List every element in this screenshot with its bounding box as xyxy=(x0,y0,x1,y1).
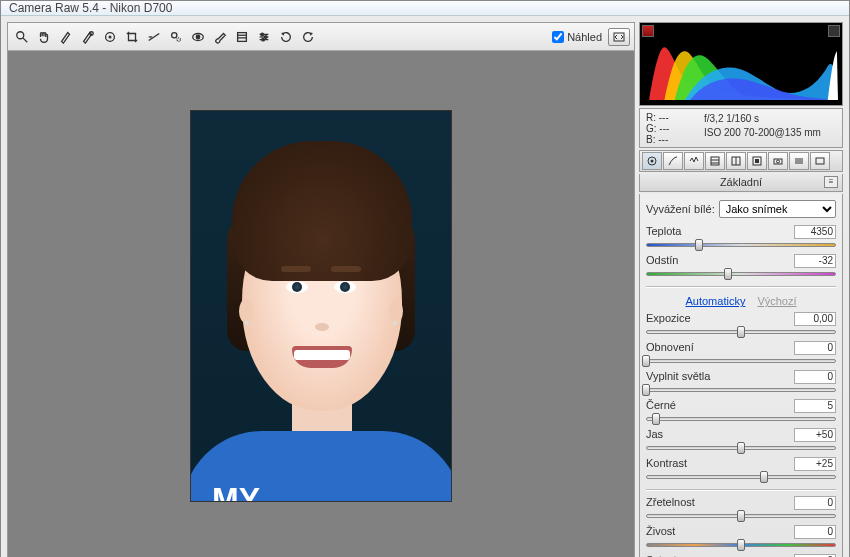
slider-value-jas[interactable]: +50 xyxy=(794,428,836,442)
slider-track-expozice[interactable] xyxy=(646,327,836,337)
svg-point-18 xyxy=(264,35,267,38)
adjustment-brush-tool-icon[interactable] xyxy=(210,27,230,47)
slider-thumb-jas[interactable] xyxy=(737,442,745,454)
svg-line-1 xyxy=(23,37,27,41)
slider-expozice: Expozice0,00 xyxy=(646,312,836,337)
graduated-filter-tool-icon[interactable] xyxy=(232,27,252,47)
tab-snapshots[interactable] xyxy=(810,152,830,170)
slider-value-zivost[interactable]: 0 xyxy=(794,525,836,539)
slider-thumb-zivost[interactable] xyxy=(737,539,745,551)
slider-thumb-cerne[interactable] xyxy=(652,413,660,425)
svg-rect-35 xyxy=(816,158,824,164)
slider-track-jas[interactable] xyxy=(646,443,836,453)
slider-label: Teplota xyxy=(646,225,681,239)
svg-rect-29 xyxy=(755,159,759,163)
slider-thumb-vyplnit[interactable] xyxy=(642,384,650,396)
crop-tool-icon[interactable] xyxy=(122,27,142,47)
slider-value-cerne[interactable]: 5 xyxy=(794,399,836,413)
auto-row: Automaticky Výchozí xyxy=(646,295,836,307)
svg-point-22 xyxy=(651,160,654,163)
slider-thumb-kontrast[interactable] xyxy=(760,471,768,483)
preview-label: Náhled xyxy=(567,31,602,43)
camera-raw-window: Camera Raw 5.4 - Nikon D700 xyxy=(0,0,850,557)
tab-detail[interactable] xyxy=(684,152,704,170)
preferences-tool-icon[interactable] xyxy=(254,27,274,47)
slider-track-obnoveni[interactable] xyxy=(646,356,836,366)
slider-label: Živost xyxy=(646,525,675,539)
preview-checkbox[interactable] xyxy=(552,31,564,43)
preview-toggle[interactable]: Náhled xyxy=(552,31,602,43)
slider-label: Vyplnit světla xyxy=(646,370,710,384)
slider-jas: Jas+50 xyxy=(646,428,836,453)
slider-thumb-expozice[interactable] xyxy=(737,326,745,338)
svg-point-31 xyxy=(777,160,780,163)
target-adjust-tool-icon[interactable] xyxy=(100,27,120,47)
histogram xyxy=(639,22,843,106)
redeye-tool-icon[interactable] xyxy=(188,27,208,47)
highlight-clip-icon[interactable] xyxy=(828,25,840,37)
svg-point-17 xyxy=(261,33,264,36)
hand-tool-icon[interactable] xyxy=(34,27,54,47)
white-balance-tool-icon[interactable] xyxy=(56,27,76,47)
slider-track-vyplnit[interactable] xyxy=(646,385,836,395)
slider-vyplnit: Vyplnit světla0 xyxy=(646,370,836,395)
tab-curve[interactable] xyxy=(663,152,683,170)
tab-strip xyxy=(639,150,843,172)
camera-info: f/3,2 1/160 sISO 200 70-200@135 mm xyxy=(696,112,836,144)
shadow-clip-icon[interactable] xyxy=(642,25,654,37)
slider-label: Kontrast xyxy=(646,457,687,471)
slider-value-obnoveni[interactable]: 0 xyxy=(794,341,836,355)
slider-value-zretel[interactable]: 0 xyxy=(794,496,836,510)
svg-rect-23 xyxy=(711,157,719,165)
panel-menu-button[interactable]: ≡ xyxy=(824,176,838,188)
slider-thumb-teplota[interactable] xyxy=(695,239,703,251)
slider-value-kontrast[interactable]: +25 xyxy=(794,457,836,471)
tab-presets[interactable] xyxy=(789,152,809,170)
straighten-tool-icon[interactable] xyxy=(144,27,164,47)
svg-point-4 xyxy=(109,36,111,38)
slider-thumb-odstin[interactable] xyxy=(724,268,732,280)
svg-point-19 xyxy=(262,38,265,41)
svg-point-10 xyxy=(196,35,200,39)
slider-track-odstin[interactable] xyxy=(646,269,836,279)
basic-panel: Vyvážení bílé: Jako snímek Teplota4350Od… xyxy=(639,194,843,557)
preview-area[interactable]: MY xyxy=(8,51,634,557)
slider-thumb-zretel[interactable] xyxy=(737,510,745,522)
slider-label: Zřetelnost xyxy=(646,496,695,510)
toolbar: Náhled xyxy=(8,23,634,51)
spot-removal-tool-icon[interactable] xyxy=(166,27,186,47)
tab-hsl[interactable] xyxy=(705,152,725,170)
titlebar: Camera Raw 5.4 - Nikon D700 xyxy=(1,1,849,16)
fullscreen-button[interactable] xyxy=(608,28,630,46)
tab-lens[interactable] xyxy=(747,152,767,170)
slider-label: Jas xyxy=(646,428,663,442)
slider-label: Odstín xyxy=(646,254,678,268)
tab-camera[interactable] xyxy=(768,152,788,170)
color-sampler-tool-icon[interactable] xyxy=(78,27,98,47)
auto-link[interactable]: Automaticky xyxy=(685,295,745,307)
svg-rect-11 xyxy=(238,32,247,41)
slider-obnoveni: Obnovení0 xyxy=(646,341,836,366)
wb-select[interactable]: Jako snímek xyxy=(719,200,836,218)
slider-odstin: Odstín-32 xyxy=(646,254,836,279)
rotate-cw-icon[interactable] xyxy=(298,27,318,47)
slider-thumb-obnoveni[interactable] xyxy=(642,355,650,367)
svg-point-8 xyxy=(177,37,181,41)
svg-point-0 xyxy=(17,31,24,38)
default-link[interactable]: Výchozí xyxy=(757,295,796,307)
slider-track-kontrast[interactable] xyxy=(646,472,836,482)
rotate-ccw-icon[interactable] xyxy=(276,27,296,47)
tab-basic[interactable] xyxy=(642,152,662,170)
slider-track-cerne[interactable] xyxy=(646,414,836,424)
slider-value-expozice[interactable]: 0,00 xyxy=(794,312,836,326)
slider-value-vyplnit[interactable]: 0 xyxy=(794,370,836,384)
slider-value-teplota[interactable]: 4350 xyxy=(794,225,836,239)
slider-track-teplota[interactable] xyxy=(646,240,836,250)
slider-value-odstin[interactable]: -32 xyxy=(794,254,836,268)
slider-track-zivost[interactable] xyxy=(646,540,836,550)
photo-preview: MY xyxy=(190,110,452,502)
slider-track-zretel[interactable] xyxy=(646,511,836,521)
slider-kontrast: Kontrast+25 xyxy=(646,457,836,482)
tab-split[interactable] xyxy=(726,152,746,170)
zoom-tool-icon[interactable] xyxy=(12,27,32,47)
